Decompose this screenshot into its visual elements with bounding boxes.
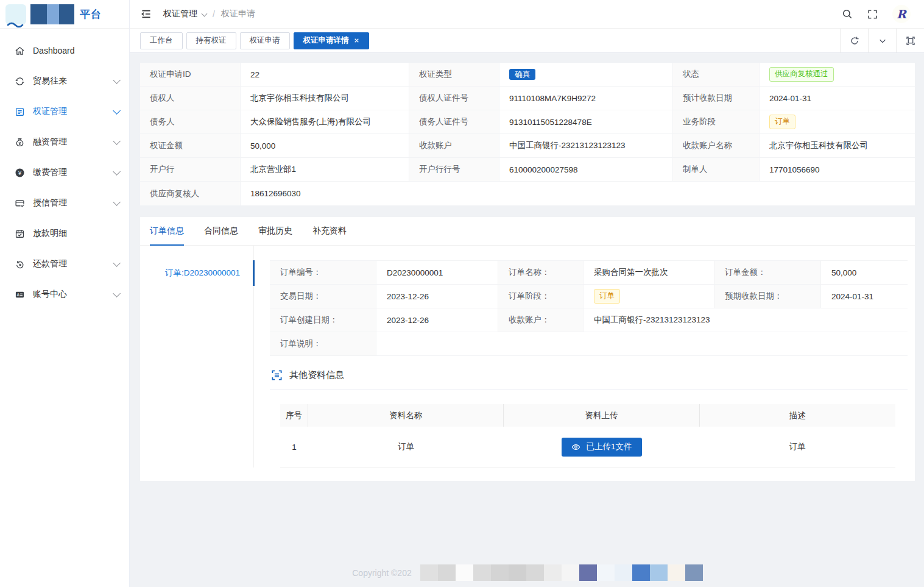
- field-label: 债权人: [140, 87, 241, 110]
- sidebar-item-financing[interactable]: 融资管理: [0, 127, 129, 157]
- status-cell: 供应商复核通过: [760, 63, 915, 87]
- sidebar-item-warrant-management[interactable]: 权证管理: [0, 96, 129, 127]
- redacted-block: [491, 564, 509, 581]
- sidebar-item-credit[interactable]: 授信管理: [0, 188, 129, 218]
- sidebar-collapse-icon[interactable]: [141, 9, 152, 20]
- close-icon[interactable]: [354, 38, 359, 43]
- top-header: 权证管理 / 权证申请 R: [130, 0, 924, 29]
- field-value: 大众保险销售服务(上海)有限公司: [241, 110, 409, 134]
- table-header-row: 序号 资料名称 资料上传 描述: [280, 404, 895, 427]
- sidebar-item-label: 融资管理: [33, 137, 67, 148]
- wave-icon: [7, 22, 25, 28]
- field-label: 权证类型: [409, 63, 499, 87]
- chevron-down-icon: [113, 76, 121, 84]
- breadcrumb-menu[interactable]: 权证管理: [163, 9, 197, 20]
- redacted-block: [473, 564, 491, 581]
- order-stage-cell: 订单: [584, 285, 714, 308]
- other-docs-table: 序号 资料名称 资料上传 描述 1 订单: [280, 404, 895, 468]
- field-label: 债务人: [140, 110, 241, 134]
- chevron-down-icon[interactable]: [868, 29, 896, 52]
- workspace-tab-held-warrants[interactable]: 持有权证: [186, 32, 236, 49]
- field-value: 50,000: [821, 261, 908, 285]
- field-value: 北京宇你相玉科技有限公司: [760, 134, 915, 158]
- page-footer: Copyright ©202: [140, 564, 915, 587]
- calendar-check-icon: [15, 229, 25, 239]
- sidebar-item-repayment[interactable]: 还款管理: [0, 249, 129, 279]
- field-label: 收款账户: [409, 134, 499, 158]
- redacted-block: [632, 564, 650, 581]
- sidebar-item-payment[interactable]: ¥ 缴费管理: [0, 157, 129, 188]
- user-avatar-logo[interactable]: R: [892, 5, 911, 23]
- field-value: 91110108MA7K9H9272: [499, 87, 673, 110]
- sidebar-item-label: 账号中心: [33, 289, 67, 300]
- business-stage-cell: 订单: [760, 110, 915, 134]
- sidebar-item-account-center[interactable]: A 账号中心: [0, 279, 129, 310]
- search-icon[interactable]: [842, 9, 853, 20]
- tab-label: 权证申请: [250, 35, 280, 46]
- refresh-icon[interactable]: [840, 29, 868, 52]
- tab-contract-info[interactable]: 合同信息: [204, 217, 238, 246]
- field-value: D20230000001: [376, 261, 498, 285]
- sidebar-menu: Dashboard 贸易往来 权证管理 融资管理 ¥ 缴费管理 授信管理: [0, 29, 129, 310]
- order-list-item[interactable]: 订单:D20230000001: [140, 260, 253, 286]
- order-info-card: 订单信息 合同信息 审批历史 补充资料 订单:D20230000001 订单编号…: [140, 217, 915, 481]
- field-value: 2024-01-31: [821, 285, 908, 308]
- account-badge-icon: A: [15, 290, 25, 300]
- field-label: 订单阶段：: [498, 285, 584, 308]
- tab-label: 订单信息: [150, 226, 184, 237]
- redacted-block: [509, 564, 526, 581]
- field-value: 2023-12-26: [376, 285, 498, 308]
- info-tabs: 订单信息 合同信息 审批历史 补充资料: [140, 217, 915, 246]
- chevron-down-icon: [113, 198, 121, 206]
- sidebar-item-trade[interactable]: 贸易往来: [0, 66, 129, 96]
- tab-supplementary-docs[interactable]: 补充资料: [312, 217, 347, 246]
- redacted-block: [562, 564, 579, 581]
- chevron-down-icon: [113, 107, 121, 115]
- table-row: 1 订单 已上传1文件 订单: [280, 427, 895, 468]
- order-info-body: 订单:D20230000001 订单编号： D20230000001 订单名称：…: [140, 246, 915, 468]
- field-label: 收款账户：: [498, 308, 584, 332]
- money-bag-icon: [15, 137, 25, 148]
- logo-mark: [5, 4, 26, 24]
- svg-text:¥: ¥: [18, 169, 22, 176]
- main-area: 权证管理 / 权证申请 R 工作台 持有权证 权证申请 权证申请详情: [130, 0, 924, 587]
- warrant-type-cell: 确真: [499, 63, 673, 87]
- page-content: 权证申请ID 22 权证类型 确真 状态 供应商复核通过 债权人 北京宇你相玉科…: [130, 53, 924, 587]
- tab-approval-history[interactable]: 审批历史: [258, 217, 292, 246]
- fullscreen-icon[interactable]: [867, 9, 878, 20]
- workspace-tab-warrant-apply[interactable]: 权证申请: [240, 32, 290, 49]
- redacted-block: [597, 564, 615, 581]
- field-label: 收款账户名称: [673, 134, 760, 158]
- redacted-block: [685, 564, 703, 581]
- tab-order-info[interactable]: 订单信息: [150, 217, 184, 246]
- field-value: 采购合同第一次批次: [584, 261, 714, 285]
- field-label: 订单说明：: [270, 332, 376, 356]
- field-value: 北京宇你相玉科技有限公司: [241, 87, 409, 110]
- warrant-type-badge: 确真: [509, 69, 535, 80]
- logo-blocks: [30, 4, 74, 24]
- redacted-block: [668, 564, 685, 581]
- repayment-icon: [15, 259, 25, 269]
- tabbar-actions: [840, 29, 924, 52]
- field-label: 债务人证件号: [409, 110, 499, 134]
- trade-sync-icon: [15, 76, 25, 87]
- tab-label: 工作台: [150, 35, 173, 46]
- workspace-tab-workbench[interactable]: 工作台: [140, 32, 183, 49]
- redacted-block: [438, 564, 456, 581]
- workspace-tab-warrant-apply-detail[interactable]: 权证申请详情: [294, 32, 369, 49]
- sidebar-item-dashboard[interactable]: Dashboard: [0, 35, 129, 66]
- tab-label: 补充资料: [312, 226, 347, 237]
- chevron-down-icon: [113, 137, 121, 145]
- field-label: 制单人: [673, 158, 760, 182]
- view-uploaded-file-button[interactable]: 已上传1文件: [562, 438, 641, 457]
- order-detail-panel: 订单编号： D20230000001 订单名称： 采购合同第一次批次 订单金额：…: [254, 246, 915, 468]
- warrant-detail-card: 权证申请ID 22 权证类型 确真 状态 供应商复核通过 债权人 北京宇你相玉科…: [140, 63, 915, 205]
- section-title: 其他资料信息: [289, 369, 344, 381]
- sidebar-item-loan-detail[interactable]: 放款明细: [0, 218, 129, 249]
- sidebar-item-label: 贸易往来: [33, 76, 67, 87]
- status-badge: 供应商复核通过: [769, 67, 834, 82]
- redacted-block: [526, 564, 544, 581]
- field-label: 预计收款日期: [673, 87, 760, 110]
- column-header: 资料上传: [504, 404, 699, 427]
- maximize-icon[interactable]: [896, 29, 924, 52]
